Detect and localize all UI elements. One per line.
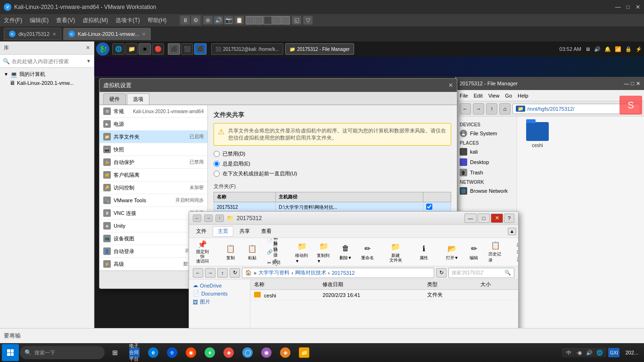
- toolbar-btn-8[interactable]: ▽: [303, 16, 313, 25]
- radio-until-shutdown-input[interactable]: [214, 171, 220, 177]
- settings-item-autoprotect[interactable]: 🔒 自动保护 已禁用: [99, 156, 207, 169]
- tray-dot-icon[interactable]: ·◉: [574, 348, 584, 357]
- fm-home-btn[interactable]: ⌂: [499, 103, 511, 115]
- col-type[interactable]: 类型: [423, 280, 477, 290]
- ribbon-tab-home[interactable]: 主页: [213, 226, 233, 237]
- open-btn[interactable]: 📂 打开▼: [443, 240, 462, 264]
- fm-menu-help[interactable]: Help: [518, 93, 528, 99]
- kali-app-btn-2[interactable]: 📁: [125, 43, 138, 55]
- explorer-nav-refresh[interactable]: ↻: [230, 268, 240, 278]
- settings-item-shared-folders[interactable]: 📁 共享文件夹 已启用: [99, 131, 207, 143]
- rename-btn[interactable]: ✏ 重命名: [358, 240, 377, 264]
- layout-btn-1[interactable]: [246, 16, 254, 25]
- tree-root[interactable]: ▼ 💻 我的计算机: [2, 70, 92, 79]
- kali-app-btn-3[interactable]: ■: [139, 43, 151, 55]
- layout-btn-4[interactable]: [272, 16, 281, 25]
- breadcrumb-part-2[interactable]: 网络对抗技术: [295, 269, 326, 276]
- explorer-forward-btn[interactable]: →: [204, 214, 213, 222]
- explorer-nav-forward[interactable]: →: [205, 268, 215, 278]
- menu-vm[interactable]: 虚拟机(M): [83, 16, 108, 25]
- taskbar-app-ie[interactable]: e: [144, 344, 162, 361]
- explorer-breadcrumb[interactable]: 🏠 » 大学学习资料 › 网络对抗技术 › 20175312: [242, 268, 434, 278]
- select-none-btn[interactable]: ☐ 全部取消: [514, 249, 518, 255]
- toolbar-btn-7[interactable]: ◱: [292, 16, 301, 25]
- fm-trash-item[interactable]: 🗑 Trash: [456, 167, 517, 178]
- tab-close-dky[interactable]: ✕: [52, 32, 56, 37]
- fm-filesystem-item[interactable]: 💾 File System: [456, 128, 517, 139]
- col-size[interactable]: 大小: [477, 280, 518, 290]
- taskbar-app-contract[interactable]: 电子合同平台: [125, 344, 143, 361]
- ribbon-tab-view[interactable]: 查看: [256, 226, 277, 237]
- paste-btn[interactable]: 📋 粘贴: [243, 240, 262, 264]
- start-button[interactable]: [2, 344, 19, 361]
- toolbar-btn-4[interactable]: 🔊: [214, 16, 223, 25]
- layout-btn-2[interactable]: [255, 16, 263, 25]
- file-row-ceshi[interactable]: ceshi 2020/2/23 16:41 文件夹: [250, 290, 518, 300]
- taskbar-app-explorer[interactable]: 📁: [295, 344, 313, 361]
- menu-help[interactable]: 帮助(H): [148, 16, 167, 25]
- radio-always-enabled[interactable]: 总是启用(E): [214, 160, 451, 167]
- radio-always-enabled-input[interactable]: [214, 161, 220, 167]
- menu-file[interactable]: 文件(F): [4, 16, 22, 25]
- taskbar-app-3[interactable]: ◉: [182, 344, 200, 361]
- folder-enabled-checkbox[interactable]: [426, 204, 432, 210]
- fm-menu-view[interactable]: View: [488, 93, 500, 99]
- settings-item-access[interactable]: 🔑 访问控制 未加密: [99, 181, 207, 194]
- toolbar-btn-5[interactable]: 📷: [224, 16, 233, 25]
- minimize-btn[interactable]: —: [615, 4, 621, 10]
- documents-link[interactable]: 📄 Documents: [189, 289, 250, 297]
- explorer-close-btn[interactable]: ✕: [491, 214, 503, 223]
- move-to-btn[interactable]: 📁 移动到▼: [293, 240, 312, 264]
- toolbar-btn-6[interactable]: 📋: [234, 16, 244, 25]
- settings-item-snapshot[interactable]: 📷 快照: [99, 143, 207, 156]
- dialog-tab-options[interactable]: 选项: [127, 93, 149, 105]
- dialog-close-btn[interactable]: ✕: [448, 82, 453, 89]
- toolbar-icon-1[interactable]: ⏸: [181, 16, 190, 25]
- pin-btn[interactable]: 📌 固定到快速访问: [193, 240, 212, 264]
- tab-close-kali[interactable]: ✕: [142, 32, 146, 37]
- maximize-btn[interactable]: □: [627, 4, 630, 10]
- explorer-up-btn[interactable]: ↑: [215, 214, 224, 222]
- tray-input-icon[interactable]: GXI: [608, 348, 619, 357]
- library-close-btn[interactable]: ✕: [86, 45, 90, 51]
- radio-until-shutdown[interactable]: 在下次关机或挂起前一直启用(U): [214, 170, 451, 177]
- tray-cn-icon[interactable]: 中: [564, 348, 573, 357]
- fm-forward-btn[interactable]: →: [473, 103, 484, 115]
- explorer-refresh-btn[interactable]: ↻: [436, 268, 446, 278]
- radio-disabled-input[interactable]: [214, 151, 220, 157]
- delete-btn[interactable]: 🗑 删除▼: [336, 240, 355, 264]
- fm-menu-edit[interactable]: Edit: [474, 93, 483, 99]
- layout-btn-5[interactable]: [281, 16, 290, 25]
- toolbar-icon-2[interactable]: ⚙: [191, 16, 200, 25]
- col-modified[interactable]: 修改日期: [319, 280, 423, 290]
- explorer-maximize-btn[interactable]: □: [478, 214, 490, 223]
- taskbar-app-8[interactable]: ◈: [276, 344, 294, 361]
- settings-item-isolation[interactable]: 🔐 客户机隔离: [99, 169, 207, 181]
- history-btn[interactable]: 📋 历史记录: [486, 240, 505, 264]
- close-btn[interactable]: ✕: [636, 4, 640, 10]
- kali-app-btn-4[interactable]: 🔴: [152, 43, 164, 55]
- kali-filemanager-window-btn[interactable]: 📁 20175312 - File Manager: [285, 43, 354, 55]
- cut-btn[interactable]: ✂ 剪切: [264, 258, 283, 267]
- toolbar-btn-3[interactable]: ⊕: [203, 16, 213, 25]
- breadcrumb-part-1[interactable]: 大学学习资料: [258, 269, 289, 276]
- tab-dky[interactable]: K dky20175312 ✕: [4, 28, 61, 40]
- menu-view[interactable]: 查看(V): [56, 16, 75, 25]
- explorer-help-btn[interactable]: ?: [504, 214, 514, 223]
- search-dropdown-icon[interactable]: ▼: [86, 58, 91, 64]
- explorer-minimize-btn[interactable]: —: [464, 214, 477, 223]
- fm-menu-go[interactable]: Go: [505, 93, 512, 99]
- tray-network-icon[interactable]: 🌐: [595, 348, 604, 357]
- kali-app-btn-6[interactable]: ⬛: [181, 43, 193, 55]
- layout-btn-3[interactable]: [264, 16, 272, 25]
- fm-file-ceshi[interactable]: ceshi: [521, 120, 554, 150]
- ribbon-collapse-btn[interactable]: ▲: [508, 228, 516, 235]
- tab-kali[interactable]: K Kali-Linux-2020.1-vmwar... ✕: [63, 28, 151, 40]
- fm-kali-item[interactable]: kali: [456, 147, 517, 157]
- taskbar-app-5[interactable]: ◈: [220, 344, 238, 361]
- menu-edit[interactable]: 编辑(E): [30, 16, 49, 25]
- select-all-btn[interactable]: ☑ 全部选择: [514, 242, 518, 248]
- copy-to-btn[interactable]: 📁 复制到▼: [314, 240, 333, 264]
- invert-select-btn[interactable]: 🔄 反向选择: [514, 256, 518, 263]
- tray-speaker-icon[interactable]: 🔊: [585, 348, 594, 357]
